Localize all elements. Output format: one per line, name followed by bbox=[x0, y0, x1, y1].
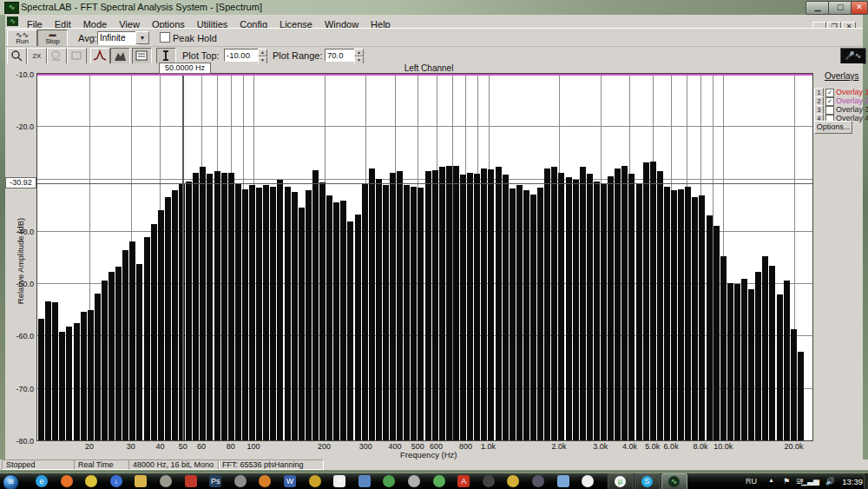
maximize-button[interactable]: ▢ bbox=[828, 1, 852, 15]
gold-app-icon[interactable] bbox=[309, 475, 321, 487]
spectrum-bar bbox=[601, 184, 607, 440]
list-icon bbox=[135, 50, 148, 62]
dvd-app-icon[interactable] bbox=[532, 475, 544, 487]
y-axis-title: Relative Amplitude (dB) bbox=[16, 205, 25, 318]
plot-range-spinner[interactable]: ▲▼ bbox=[354, 49, 362, 61]
plot-top-spinner[interactable]: ▲▼ bbox=[258, 49, 266, 61]
title-bar[interactable]: ∿ SpectraLAB - FFT Spectral Analysis Sys… bbox=[0, 0, 868, 16]
spectrum-bar bbox=[460, 175, 466, 440]
avg-label: Avg: bbox=[78, 33, 97, 43]
taskbar-app-utorrent[interactable]: µ bbox=[608, 473, 634, 489]
spectrum-plot-area[interactable] bbox=[36, 73, 813, 441]
desktop-screen: ∿ SpectraLAB - FFT Spectral Analysis Sys… bbox=[0, 0, 868, 489]
peak-curve-button[interactable] bbox=[90, 48, 110, 64]
zoom-button[interactable] bbox=[7, 48, 27, 64]
spectrum-bar bbox=[193, 173, 199, 440]
tray-language-indicator[interactable]: RU bbox=[746, 477, 757, 486]
cursor-vertical-line[interactable] bbox=[182, 74, 184, 440]
spectrum-bar bbox=[615, 169, 621, 440]
spin-up-icon[interactable]: ▲ bbox=[354, 49, 364, 56]
generator-mic-icon[interactable]: 🎤∿ bbox=[840, 48, 866, 64]
taskbar-app-skype[interactable]: S bbox=[635, 473, 661, 489]
spectrum-bar bbox=[319, 182, 326, 440]
status-panel: 48000 Hz, 16 bit, Mono bbox=[128, 459, 220, 470]
x-axis-tick-label: 600 bbox=[430, 442, 443, 451]
download-manager-icon[interactable]: ↓ bbox=[110, 475, 122, 487]
plot-top-input[interactable]: -10.00 bbox=[224, 49, 259, 62]
mouse-settings-icon[interactable] bbox=[234, 475, 247, 487]
chrome-icon[interactable] bbox=[85, 475, 97, 487]
cd-player-icon[interactable] bbox=[483, 475, 495, 487]
spectrum-bar bbox=[228, 173, 234, 440]
minimize-button[interactable]: ▁ bbox=[806, 1, 830, 15]
cursor-horizontal-line[interactable] bbox=[37, 183, 812, 184]
taskbar-app-spectralab[interactable]: ∿ bbox=[661, 473, 687, 489]
notes-list-button[interactable] bbox=[132, 48, 152, 64]
network-signal-icon[interactable]: ▁▃▅ bbox=[801, 477, 819, 486]
taskbar-clock[interactable]: 13:39 bbox=[842, 477, 863, 486]
close-button[interactable]: ✕ bbox=[851, 1, 868, 15]
gridline-horizontal bbox=[37, 126, 812, 127]
avg-dropdown[interactable]: Infinite bbox=[97, 31, 139, 45]
mdi-app-icon[interactable]: ∿ bbox=[7, 17, 18, 26]
firefox-icon[interactable] bbox=[61, 475, 73, 487]
green-app-icon[interactable] bbox=[383, 475, 395, 487]
dot-app-icon[interactable] bbox=[582, 475, 594, 487]
plot-toolbar: 2X Plot Top: -10.00 ▲▼ Plot Range: 70.0 … bbox=[5, 46, 863, 64]
zoom-2x-button[interactable]: 2X bbox=[27, 48, 47, 64]
avg-dropdown-arrow-icon[interactable]: ▼ bbox=[135, 31, 149, 44]
messenger-icon[interactable] bbox=[557, 475, 569, 487]
show-desktop-button[interactable] bbox=[864, 473, 868, 489]
snowflake-app-icon[interactable]: ✳ bbox=[333, 475, 345, 487]
spectrum-bar bbox=[516, 185, 523, 440]
word-icon[interactable]: W bbox=[284, 475, 296, 487]
spectrum-bar bbox=[594, 182, 600, 440]
spectrum-bar bbox=[81, 312, 87, 440]
spectrum-bar bbox=[551, 167, 557, 440]
explorer-folder-icon[interactable] bbox=[135, 475, 147, 487]
spectrum-bar bbox=[446, 166, 452, 441]
volume-speaker-icon[interactable]: 🔊 bbox=[825, 477, 835, 486]
peak-curve-icon bbox=[93, 50, 107, 62]
plot-range-input[interactable]: 70.0 bbox=[325, 49, 356, 62]
spectrum-bar bbox=[102, 281, 108, 440]
zoom-full-button[interactable] bbox=[67, 48, 87, 64]
photoshop-icon[interactable]: Ps bbox=[209, 475, 221, 487]
spectrum-mountain-icon bbox=[113, 50, 127, 62]
gray-app-icon[interactable] bbox=[408, 475, 420, 487]
x-axis-tick-label: 80 bbox=[227, 442, 235, 451]
paw-app-icon[interactable] bbox=[433, 475, 445, 487]
spectrum-bar bbox=[453, 166, 459, 441]
office-app-icon[interactable] bbox=[259, 475, 271, 487]
spin-up-icon[interactable]: ▲ bbox=[258, 49, 267, 56]
spectrum-bar bbox=[481, 169, 487, 440]
spectrum-bar bbox=[326, 195, 332, 440]
x-axis-tick-label: 400 bbox=[388, 442, 401, 451]
spectrum-bar bbox=[347, 221, 353, 440]
spectrum-bar bbox=[38, 319, 44, 440]
winamp-icon[interactable] bbox=[160, 475, 172, 487]
status-bar: StoppedReal Time48000 Hz, 16 bit, MonoFF… bbox=[0, 459, 868, 470]
spectrum-bar bbox=[467, 173, 473, 440]
x-axis-tick-label: 4.0k bbox=[622, 442, 637, 451]
spectrum-display-button[interactable] bbox=[110, 48, 130, 64]
photo-viewer-icon[interactable] bbox=[358, 475, 371, 487]
peak-hold-checkbox[interactable] bbox=[160, 32, 170, 43]
skype-icon: S bbox=[641, 476, 653, 487]
internet-explorer-icon[interactable]: e bbox=[36, 475, 48, 487]
gold-coin-icon[interactable] bbox=[507, 475, 519, 487]
x-axis-tick-label: 100 bbox=[247, 442, 260, 451]
adobe-reader-icon[interactable]: A bbox=[457, 475, 470, 487]
zoom-out-icon bbox=[49, 50, 63, 62]
spectrum-bar bbox=[488, 169, 494, 440]
spectrum-bar bbox=[523, 190, 529, 440]
zoom-out-button[interactable] bbox=[47, 48, 67, 64]
start-button[interactable]: ⊞ bbox=[3, 474, 19, 489]
spectrum-bar bbox=[122, 250, 128, 440]
spectrum-bar bbox=[727, 283, 733, 440]
overlays-options-button[interactable]: Options... bbox=[814, 121, 852, 134]
tray-expand-icon[interactable]: ▲ bbox=[768, 477, 774, 483]
action-center-flag-icon[interactable]: ⚑ bbox=[783, 477, 790, 486]
spectrum-bar bbox=[299, 208, 305, 440]
media-app-icon[interactable] bbox=[185, 475, 197, 487]
